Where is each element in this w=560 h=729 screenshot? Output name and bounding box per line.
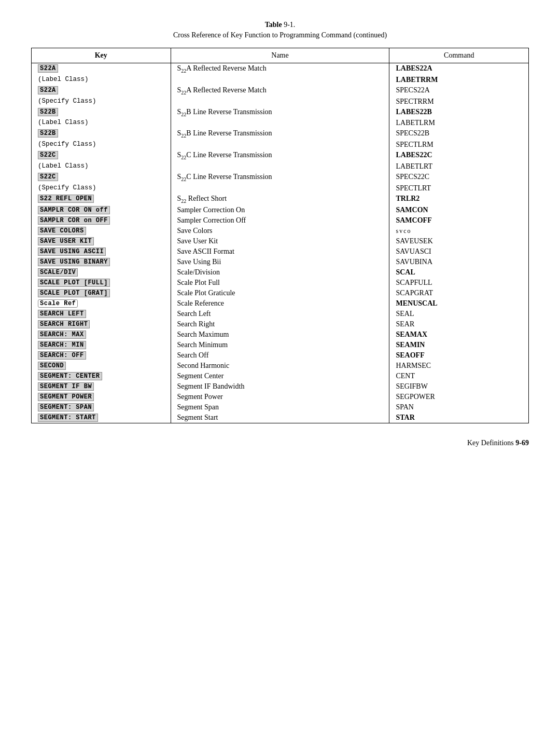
command-cell: SPECTRRM [389, 97, 529, 107]
key-badge: S22C [38, 173, 58, 181]
name-cell: S22B Line Reverse Transmission [171, 128, 389, 140]
command-cell: LABETLRT [389, 161, 529, 172]
command-cell: SPECTLRT [389, 183, 529, 194]
key-cell: SEGMENT: START [32, 412, 171, 423]
col-header-command: Command [389, 48, 529, 63]
page-footer: Key Definitions 9-69 [31, 439, 529, 447]
command-cell: SCAL [389, 267, 529, 278]
key-badge: SEARCH LEFT [38, 310, 86, 318]
key-cell: SCALE/DIV [32, 267, 171, 278]
table-row: S22AS22A Reflected Reverse MatchLABES22A [32, 63, 529, 75]
command-cell: SEAOFF [389, 350, 529, 361]
name-cell [171, 118, 389, 128]
key-cell: SAMPLR COR ON off [32, 205, 171, 215]
key-badge: SEARCH: MIN [38, 341, 86, 349]
table-row: SAVE USING BINARYSave Using BiiSAVUBINA [32, 257, 529, 267]
command-cell: LABETLRM [389, 118, 529, 128]
command-bold: LABES22B [396, 108, 431, 116]
key-badge-outline: Scale Ref [38, 299, 78, 308]
name-cell [171, 140, 389, 150]
key-badge: S22 REFL OPEN [38, 195, 94, 203]
name-cell: S22A Reflected Reverse Match [171, 85, 389, 97]
command-cell: SEGPOWER [389, 392, 529, 402]
command-cell: LABES22C [389, 150, 529, 161]
name-cell: Search Right [171, 319, 389, 329]
key-cell: SEARCH RIGHT [32, 319, 171, 329]
table-row: S22AS22A Reflected Reverse MatchSPECS22A [32, 85, 529, 97]
name-cell: Sampler Correction On [171, 205, 389, 215]
command-cell: SAVUASCI [389, 246, 529, 257]
command-cell: CENT [389, 371, 529, 381]
name-cell: Scale Plot Graticule [171, 288, 389, 298]
name-cell: Segment Span [171, 402, 389, 412]
command-bold: TRLR2 [396, 195, 419, 202]
name-cell: Save Colors [171, 226, 389, 236]
page-container: Table 9-1. Cross Reference of Key Functi… [31, 21, 529, 447]
command-bold: SAMCON [396, 206, 428, 214]
command-cell: SPECS22A [389, 85, 529, 97]
key-badge: SEGMENT IF BW [38, 382, 94, 391]
name-cell: S22A Reflected Reverse Match [171, 63, 389, 75]
key-cell: (Specify Class) [32, 183, 171, 194]
name-cell: Segment IF Bandwidth [171, 381, 389, 392]
name-cell: Second Harmonic [171, 361, 389, 371]
key-cell: SAVE COLORS [32, 226, 171, 236]
table-title-rest: 9-1. [282, 21, 296, 29]
table-row: SAVE USER KITSave User KitSAVEUSEK [32, 236, 529, 246]
key-cell: (Label Class) [32, 161, 171, 172]
key-badge: SAVE USER KIT [38, 237, 94, 245]
table-row: (Specify Class)SPECTRRM [32, 97, 529, 107]
key-badge: S22C [38, 151, 58, 159]
command-cell: LABES22B [389, 107, 529, 118]
table-row: S22BS22B Line Reverse TransmissionSPECS2… [32, 128, 529, 140]
key-badge: SEARCH: OFF [38, 351, 86, 360]
command-cell: SEAL [389, 309, 529, 319]
table-row: S22 REFL OPENS22 Reflect ShortTRLR2 [32, 194, 529, 205]
command-cell: SAVEUSEK [389, 236, 529, 246]
name-cell: Search Maximum [171, 329, 389, 340]
key-badge: SAVE COLORS [38, 227, 86, 235]
command-cell: SPAN [389, 402, 529, 412]
table-row: SAVE USING ASCIISave ASCII FormatSAVUASC… [32, 246, 529, 257]
col-header-key: Key [32, 48, 171, 63]
command-bold: LABES22C [396, 151, 432, 159]
table-row: SEARCH: MINSearch MinimumSEAMIN [32, 340, 529, 350]
key-cell: SAVE USING ASCII [32, 246, 171, 257]
key-badge: SAMPLR COR ON off [38, 206, 110, 214]
key-badge: SCALE PLOT [FULL] [38, 279, 110, 287]
name-cell: Search Left [171, 309, 389, 319]
table-body: S22AS22A Reflected Reverse MatchLABES22A… [32, 63, 529, 423]
col-header-name: Name [171, 48, 389, 63]
command-cell: STAR [389, 412, 529, 423]
name-cell: Segment Center [171, 371, 389, 381]
command-cell: MENUSCAL [389, 298, 529, 309]
key-badge: S22A [38, 64, 58, 73]
key-cell: (Label Class) [32, 118, 171, 128]
command-cell: SAMCOFF [389, 215, 529, 226]
command-cell: HARMSEC [389, 361, 529, 371]
key-cell: SAVE USER KIT [32, 236, 171, 246]
table-row: S22BS22B Line Reverse TransmissionLABES2… [32, 107, 529, 118]
command-mono: svco [396, 227, 411, 235]
key-cell: SAVE USING BINARY [32, 257, 171, 267]
command-cell: SCAPFULL [389, 278, 529, 288]
key-cell: S22B [32, 128, 171, 140]
table-row: SEGMENT: STARTSegment StartSTAR [32, 412, 529, 423]
command-cell: TRLR2 [389, 194, 529, 205]
key-cell: SEARCH: MIN [32, 340, 171, 350]
command-cell: SEAMIN [389, 340, 529, 350]
name-cell: Save Using Bii [171, 257, 389, 267]
table-row: SEGMENT IF BWSegment IF BandwidthSEGIFBW [32, 381, 529, 392]
table-row: (Label Class)LABETLRM [32, 118, 529, 128]
table-row: SEARCH LEFTSearch LeftSEAL [32, 309, 529, 319]
key-cell: SEARCH LEFT [32, 309, 171, 319]
table-row: SECONDSecond HarmonicHARMSEC [32, 361, 529, 371]
command-cell: SAVUBINA [389, 257, 529, 267]
key-cell: (Specify Class) [32, 97, 171, 107]
name-cell: Scale Plot Full [171, 278, 389, 288]
name-cell [171, 183, 389, 194]
name-cell: S22C Line Reverse Transmission [171, 172, 389, 183]
key-badge: SCALE/DIV [38, 268, 78, 277]
command-cell: SPECS22B [389, 128, 529, 140]
key-cell: Scale Ref [32, 298, 171, 309]
